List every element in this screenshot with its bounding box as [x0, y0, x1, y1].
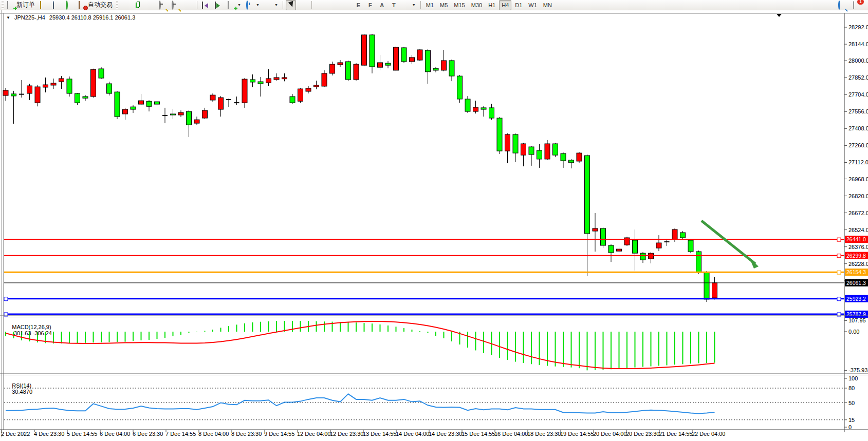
- toolbar-grip[interactable]: [2, 1, 4, 9]
- cursor-tool-button[interactable]: [286, 0, 296, 10]
- bull-candle: [410, 57, 415, 62]
- tab-timeframe-h4[interactable]: H4: [499, 0, 511, 10]
- macd-values: -301.63 -306.24: [12, 330, 52, 336]
- chart-shift-button[interactable]: [213, 0, 225, 10]
- time-tick-label: 15 Dec 14:55: [461, 431, 495, 437]
- horizontal-line-tool[interactable]: [327, 0, 339, 10]
- hline-handle[interactable]: [4, 297, 8, 301]
- vertical-line-tool[interactable]: [315, 0, 326, 10]
- time-tick-label: 6 Dec 04:00: [100, 431, 130, 437]
- time-tick-label: 18 Dec 23:30: [527, 431, 561, 437]
- tab-timeframe-d1[interactable]: D1: [512, 0, 525, 10]
- bull-candle: [322, 73, 327, 86]
- hline-handle[interactable]: [837, 238, 841, 241]
- hline-handle[interactable]: [837, 271, 841, 274]
- bull-candle: [441, 61, 447, 70]
- chevron-down-icon[interactable]: ▼: [256, 3, 260, 7]
- price-tick-label: 27704.0: [848, 91, 868, 98]
- channel-tool[interactable]: E: [353, 0, 364, 10]
- rsi-axis-label: 0: [848, 424, 852, 430]
- bear-candle: [290, 97, 295, 103]
- candle-chart-button[interactable]: [133, 0, 143, 10]
- rsi-indicator-label: RSI(14) 30.4870: [6, 376, 32, 401]
- indicators-button[interactable]: ▼: [226, 0, 243, 10]
- notifications-button[interactable]: 1: [851, 0, 863, 10]
- text-label-tool[interactable]: T: [389, 0, 399, 10]
- time-tick-label: 2 Dec 2022: [1, 431, 30, 437]
- bar-chart-button[interactable]: [120, 0, 132, 10]
- tab-timeframe-m15[interactable]: M15: [451, 0, 467, 10]
- bull-candle: [202, 110, 208, 118]
- bear-candle: [601, 228, 606, 245]
- chart-tag-button[interactable]: [38, 0, 50, 10]
- templates-button[interactable]: ▼: [263, 0, 280, 10]
- tab-timeframe-m5[interactable]: M5: [437, 0, 450, 10]
- signals-button[interactable]: [64, 0, 76, 10]
- rsi-axis-label: 50: [848, 400, 855, 406]
- arrows-tool[interactable]: ▼: [400, 0, 418, 10]
- bull-candle: [59, 79, 64, 82]
- chart-title[interactable]: ▼ JPN225-,H4 25930.4 26110.8 25916.1 260…: [6, 14, 135, 21]
- tab-timeframe-m1[interactable]: M1: [423, 0, 436, 10]
- chevron-down-icon[interactable]: ▼: [412, 3, 416, 7]
- title-ohlc-values: 25930.4 26110.8 25916.1 26061.3: [49, 14, 135, 21]
- text-label-icon: T: [391, 2, 397, 8]
- tile-windows-button[interactable]: [182, 0, 194, 10]
- mt4-terminal-window: { "toolbar": { "new_order_label": "新订单",…: [0, 0, 868, 441]
- chevron-down-icon[interactable]: ▼: [274, 3, 278, 7]
- hline-handle[interactable]: [837, 254, 841, 258]
- bear-candle: [481, 108, 486, 109]
- new-order-button[interactable]: 新订单: [5, 0, 37, 10]
- price-tick-label: 26524.0: [848, 227, 868, 233]
- chart-shift-icon: [215, 2, 216, 9]
- auto-trading-button[interactable]: 自动交易: [77, 0, 115, 10]
- line-chart-button[interactable]: [144, 0, 156, 10]
- crosshair-tool-button[interactable]: [297, 0, 309, 10]
- price-tick-label: 26376.0: [848, 244, 868, 250]
- toolbar-grip[interactable]: [116, 1, 118, 9]
- trendline-tool[interactable]: [340, 0, 352, 10]
- bull-candle: [417, 50, 422, 60]
- price-tick-label: 26820.0: [848, 193, 868, 199]
- bear-candle: [529, 147, 534, 155]
- bear-candle: [433, 68, 438, 70]
- auto-scroll-button[interactable]: [200, 0, 212, 10]
- signal-icon: [66, 1, 68, 10]
- bull-candle: [545, 144, 550, 159]
- time-tick-label: 13 Dec 14:55: [363, 431, 396, 437]
- price-line-badge-label: 26299.8: [846, 253, 866, 259]
- tag-icon: [40, 1, 41, 9]
- text-tool[interactable]: A: [377, 0, 387, 10]
- price-line-badge-label: 25923.2: [846, 296, 866, 302]
- search-button[interactable]: [836, 0, 848, 10]
- profile-icon: [53, 1, 54, 9]
- macd-axis-label: 0.00: [848, 329, 859, 335]
- bull-candle: [656, 243, 661, 248]
- bear-candle: [585, 156, 590, 234]
- fibonacci-tool[interactable]: F: [365, 0, 376, 10]
- zoom-in-icon: [159, 1, 161, 10]
- zoom-in-button[interactable]: [157, 0, 169, 10]
- price-chart[interactable]: 28292.028144.028000.027852.027704.027556…: [0, 0, 868, 441]
- tab-timeframe-mn[interactable]: MN: [541, 0, 555, 10]
- periods-button[interactable]: ▼: [244, 0, 262, 10]
- price-tick-label: 27852.0: [848, 74, 868, 81]
- tab-timeframe-h1[interactable]: H1: [486, 0, 498, 10]
- chevron-down-icon[interactable]: ▼: [237, 3, 241, 7]
- bear-candle: [171, 114, 176, 115]
- time-tick-label: 7 Dec 14:55: [165, 431, 196, 437]
- zoom-out-button[interactable]: [170, 0, 181, 10]
- symbol-dropdown-icon[interactable]: ▼: [6, 15, 10, 20]
- bear-candle: [401, 48, 407, 62]
- time-tick-label: 12 Dec 04:00: [297, 431, 330, 437]
- bull-candle: [51, 83, 56, 85]
- profiles-button[interactable]: [51, 0, 63, 10]
- hline-handle[interactable]: [837, 297, 841, 301]
- tab-timeframe-w1[interactable]: W1: [526, 0, 540, 10]
- time-tick-label: 19 Dec 14:55: [560, 431, 594, 437]
- price-tick-label: 27112.0: [848, 159, 868, 165]
- bear-candle: [99, 69, 104, 78]
- tab-timeframe-m30[interactable]: M30: [469, 0, 485, 10]
- bull-candle: [624, 238, 630, 245]
- macd-name: MACD(12,26,9): [12, 324, 51, 330]
